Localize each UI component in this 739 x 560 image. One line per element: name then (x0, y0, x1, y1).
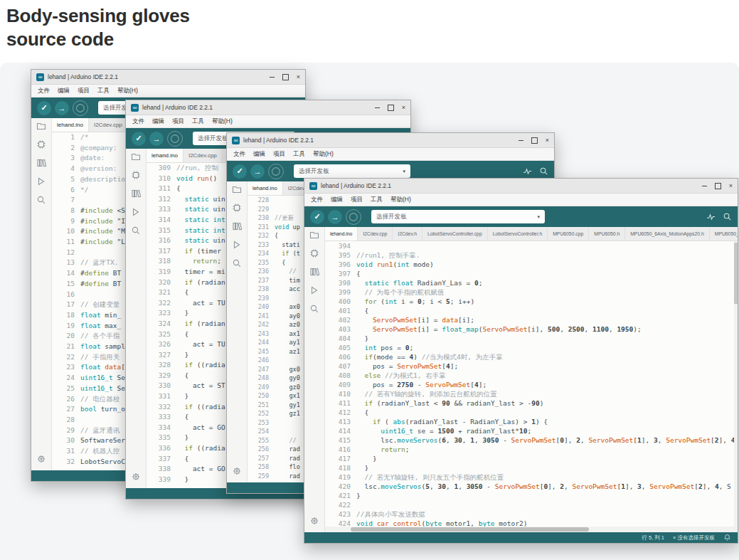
menu-file[interactable]: 文件 (311, 196, 323, 204)
settings-button[interactable] (131, 472, 141, 485)
tab-lehand-ino[interactable]: lehand.ino (52, 118, 89, 132)
upload-button[interactable]: → (149, 132, 164, 146)
settings-button[interactable] (36, 454, 46, 467)
tab-mpu6050-6ax[interactable]: MPU6050_6Ax (710, 227, 738, 241)
vertical-scrollbar-thumb[interactable] (734, 243, 738, 304)
menu-file[interactable]: 文件 (233, 150, 245, 159)
menu-edit[interactable]: 编辑 (331, 196, 343, 204)
title-bar[interactable]: ∞lehand | Arduino IDE 2.2.1× (227, 133, 554, 148)
boards-manager-icon[interactable] (36, 139, 46, 149)
serial-plotter-icon[interactable] (706, 212, 716, 221)
tab-i2cdev-cpp[interactable]: I2Cdev.cpp (358, 227, 393, 241)
verify-button[interactable]: ✓ (37, 101, 51, 115)
menu-tools[interactable]: 工具 (97, 87, 110, 95)
tab-lobotservocontroller-h[interactable]: LobotServoController.h (488, 227, 548, 241)
tab-mpu6050-h[interactable]: MPU6050.h (589, 227, 625, 241)
close-button[interactable]: × (546, 137, 549, 144)
maximize-button[interactable] (282, 74, 289, 80)
board-selector-dropdown[interactable]: 选择开发板▾ (294, 164, 410, 178)
code-editor[interactable]: 394395//run1, 控制手掌.396void run1(int mode… (325, 241, 738, 527)
sketchbook-folder-icon[interactable] (131, 152, 141, 162)
code-text: // 若无Y轴旋转, 则只发五个手指的舵机位置 (356, 472, 738, 482)
search-icon[interactable] (309, 304, 319, 314)
verify-button[interactable]: ✓ (233, 164, 247, 179)
debug-icon[interactable] (309, 285, 319, 295)
maximize-button[interactable] (715, 183, 721, 189)
close-button[interactable]: × (297, 74, 300, 80)
maximize-button[interactable] (531, 137, 538, 144)
boards-manager-icon[interactable] (131, 170, 141, 180)
tab-mpu6050-cpp[interactable]: MPU6050.cpp (548, 227, 589, 241)
verify-button[interactable]: ✓ (310, 210, 324, 224)
debug-icon[interactable] (232, 240, 242, 250)
board-selector-dropdown[interactable]: 选择开发板▾ (371, 210, 545, 223)
horizontal-scrollbar[interactable] (325, 527, 738, 532)
menu-help[interactable]: 帮助(H) (313, 150, 334, 159)
notifications-bell-icon[interactable] (723, 534, 731, 541)
serial-monitor-icon[interactable] (723, 212, 732, 221)
serial-plotter-icon[interactable] (523, 167, 532, 176)
library-manager-icon[interactable] (309, 267, 319, 277)
settings-button[interactable] (309, 516, 319, 529)
tab-i2cdev-cpp[interactable]: I2Cdev.cpp (89, 118, 128, 132)
menu-file[interactable]: 文件 (132, 117, 144, 126)
menu-file[interactable]: 文件 (38, 87, 50, 95)
upload-button[interactable]: → (328, 210, 342, 224)
menu-edit[interactable]: 编辑 (58, 87, 70, 95)
search-icon[interactable] (36, 195, 46, 205)
debug-button[interactable]: ◯ (167, 131, 183, 147)
menu-help[interactable]: 帮助(H) (212, 117, 233, 126)
code-line: 412 { (325, 408, 738, 417)
library-manager-icon[interactable] (232, 221, 242, 231)
menu-sketch[interactable]: 项目 (273, 150, 285, 159)
search-icon[interactable] (131, 226, 141, 236)
horizontal-scrollbar-thumb[interactable] (351, 527, 589, 532)
debug-button[interactable]: ◯ (73, 100, 88, 116)
menu-sketch[interactable]: 项目 (172, 117, 184, 126)
verify-button[interactable]: ✓ (132, 132, 146, 146)
library-manager-icon[interactable] (36, 158, 46, 168)
tab-lobotservocontroller-cpp[interactable]: LobotServoController.cpp (422, 227, 488, 241)
library-manager-icon[interactable] (131, 189, 141, 199)
menu-tools[interactable]: 工具 (192, 117, 204, 126)
tab-lehand-ino[interactable]: lehand.ino (147, 149, 184, 162)
upload-button[interactable]: → (250, 164, 265, 179)
menu-sketch[interactable]: 项目 (351, 196, 363, 204)
minimize-button[interactable] (519, 140, 523, 141)
sketchbook-folder-icon[interactable] (36, 121, 46, 131)
debug-icon[interactable] (36, 176, 46, 186)
menu-sketch[interactable]: 项目 (78, 87, 90, 95)
settings-button[interactable] (232, 466, 242, 479)
close-button[interactable]: × (402, 105, 405, 111)
debug-button[interactable]: ◯ (268, 164, 284, 179)
title-bar[interactable]: ∞lehand | Arduino IDE 2.2.1× (304, 179, 738, 194)
sketchbook-folder-icon[interactable] (232, 184, 242, 194)
sketchbook-folder-icon[interactable] (309, 230, 319, 240)
menu-edit[interactable]: 编辑 (253, 150, 265, 159)
vertical-scrollbar[interactable] (734, 241, 738, 527)
menu-edit[interactable]: 编辑 (152, 117, 164, 126)
title-bar[interactable]: ∞lehand | Arduino IDE 2.2.1× (126, 100, 410, 115)
menu-tools[interactable]: 工具 (293, 150, 305, 159)
search-icon[interactable] (232, 258, 242, 268)
title-bar[interactable]: ∞lehand | Arduino IDE 2.2.1× (31, 70, 305, 85)
menu-tools[interactable]: 工具 (371, 196, 383, 204)
minimize-button[interactable] (702, 186, 707, 186)
tab-lehand-ino[interactable]: lehand.ino (248, 181, 283, 195)
tab-i2cdev-cpp[interactable]: I2Cdev.cpp (184, 149, 223, 162)
minimize-button[interactable] (270, 77, 275, 78)
menu-help[interactable]: 帮助(H) (390, 196, 411, 204)
menu-help[interactable]: 帮助(H) (117, 87, 138, 95)
tab-mpu6050-6axis-motionapps20-h[interactable]: MPU6050_6Axis_MotionApps20.h (625, 227, 710, 241)
debug-button[interactable]: ◯ (346, 209, 361, 225)
minimize-button[interactable] (375, 107, 380, 108)
boards-manager-icon[interactable] (309, 248, 319, 258)
close-button[interactable]: × (729, 183, 733, 189)
upload-button[interactable]: → (55, 101, 69, 115)
tab-i2cdev-h[interactable]: I2Cdev.h (393, 227, 422, 241)
debug-icon[interactable] (131, 207, 141, 217)
maximize-button[interactable] (388, 105, 394, 111)
serial-monitor-icon[interactable] (539, 167, 548, 176)
boards-manager-icon[interactable] (232, 203, 242, 213)
tab-lehand-ino[interactable]: lehand.ino (325, 227, 358, 241)
